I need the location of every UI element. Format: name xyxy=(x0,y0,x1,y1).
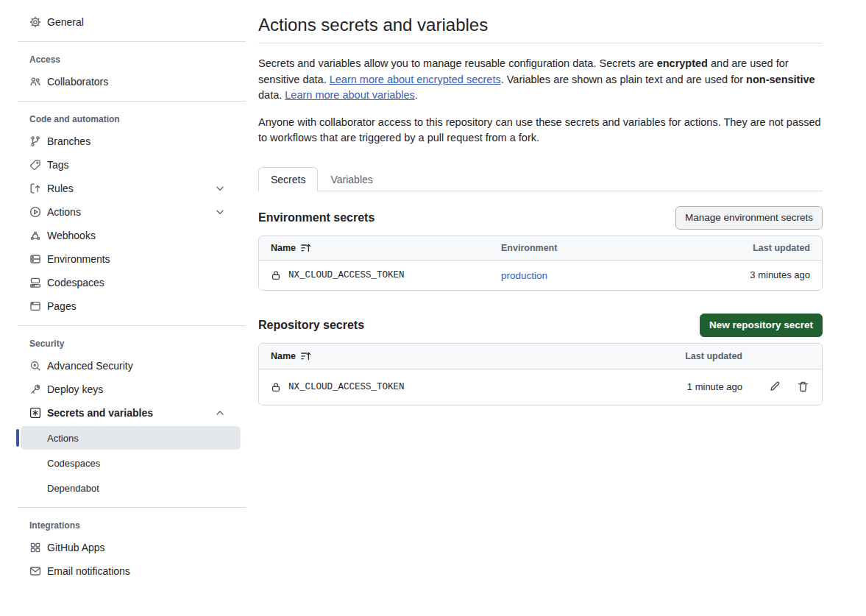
people-icon xyxy=(29,76,41,88)
sidebar-item-codespaces[interactable]: Codespaces xyxy=(0,271,241,294)
gear-icon xyxy=(29,16,41,28)
sidebar-item-label: Deploy keys xyxy=(47,383,230,395)
sidebar-item-pages[interactable]: Pages xyxy=(0,294,241,318)
rules-icon xyxy=(29,183,41,194)
sidebar-item-label: Branches xyxy=(47,135,230,147)
sidebar-item-label: GitHub Apps xyxy=(47,542,230,553)
sidebar-subitem-label: Actions xyxy=(47,433,79,444)
secret-name: NX_CLOUD_ACCESS_TOKEN xyxy=(288,382,405,392)
table-row: NX_CLOUD_ACCESS_TOKEN production 3 minut… xyxy=(259,261,822,290)
column-header-name-sort[interactable]: Name xyxy=(271,350,654,362)
sidebar-divider xyxy=(18,101,246,102)
secret-name-cell: NX_CLOUD_ACCESS_TOKEN xyxy=(271,269,501,281)
lock-icon xyxy=(271,269,281,281)
main-content: Actions secrets and variables Secrets an… xyxy=(258,0,823,583)
repository-secrets-heading: Repository secrets xyxy=(258,319,364,332)
sidebar-item-deploy-keys[interactable]: Deploy keys xyxy=(0,378,241,401)
intro-text: Secrets and variables allow you to manag… xyxy=(258,57,657,69)
sidebar-section-security: Security xyxy=(0,333,246,354)
sidebar-divider xyxy=(18,507,246,508)
chevron-up-icon[interactable] xyxy=(214,407,226,419)
repository-secrets-header: Repository secrets New repository secret xyxy=(258,314,823,337)
asterisk-box-icon xyxy=(29,407,41,419)
sidebar-item-rules[interactable]: Rules xyxy=(0,177,241,200)
intro-text: . Variables are shown as plain text and … xyxy=(501,74,746,85)
codespaces-icon xyxy=(29,277,41,288)
manage-environment-secrets-button[interactable]: Manage environment secrets xyxy=(675,206,823,230)
intro-bold-non-sensitive: non-sensitive xyxy=(746,74,814,85)
play-icon xyxy=(29,206,41,218)
delete-secret-button[interactable] xyxy=(797,380,810,394)
sidebar-item-label: Codespaces xyxy=(47,277,230,288)
server-icon xyxy=(29,253,41,265)
sidebar-section-access: Access xyxy=(0,49,246,70)
sidebar-subitem-dependabot[interactable]: Dependabot xyxy=(21,476,241,500)
sidebar-item-label: Advanced Security xyxy=(47,360,230,372)
codescan-icon xyxy=(29,360,41,372)
mail-icon xyxy=(29,565,41,577)
lock-icon xyxy=(271,381,281,393)
column-header-name: Name xyxy=(271,243,296,253)
webhook-icon xyxy=(29,230,41,241)
table-row: NX_CLOUD_ACCESS_TOKEN 1 minute ago xyxy=(259,369,822,405)
sidebar-item-github-apps[interactable]: GitHub Apps xyxy=(0,536,241,559)
trash-icon xyxy=(797,380,809,393)
sidebar-item-label: Actions xyxy=(47,206,208,218)
column-header-name-sort[interactable]: Name xyxy=(271,242,501,254)
sidebar-item-secrets-and-variables[interactable]: Secrets and variables xyxy=(0,401,241,425)
sidebar-item-tags[interactable]: Tags xyxy=(0,153,241,177)
tab-secrets[interactable]: Secrets xyxy=(258,167,318,191)
sidebar-item-collaborators[interactable]: Collaborators xyxy=(0,70,241,93)
tab-variables[interactable]: Variables xyxy=(318,167,385,191)
sidebar-item-label: Tags xyxy=(47,159,230,171)
secret-name-cell: NX_CLOUD_ACCESS_TOKEN xyxy=(271,381,654,393)
column-header-name: Name xyxy=(271,351,296,361)
key-icon xyxy=(29,383,41,395)
chevron-down-icon[interactable] xyxy=(214,206,226,218)
link-learn-variables[interactable]: Learn more about variables xyxy=(285,89,415,101)
intro-text: data. xyxy=(258,89,285,101)
sidebar-item-label: Rules xyxy=(47,183,208,194)
last-updated-value: 1 minute ago xyxy=(654,381,742,392)
sidebar-item-advanced-security[interactable]: Advanced Security xyxy=(0,354,241,378)
collaborator-note-paragraph: Anyone with collaborator access to this … xyxy=(258,115,823,146)
sidebar-item-label: Email notifications xyxy=(47,565,230,577)
sidebar-item-general[interactable]: General xyxy=(0,10,241,34)
intro-text: . xyxy=(415,89,418,101)
tag-icon xyxy=(29,159,41,171)
sidebar-subitem-label: Dependabot xyxy=(47,483,99,494)
repository-secrets-table: Name Last updated NX_CLOUD_ACCESS_TOKEN … xyxy=(258,343,823,406)
sidebar-item-actions[interactable]: Actions xyxy=(0,200,241,224)
sidebar-item-label: General xyxy=(47,16,230,28)
sidebar-subitem-codespaces[interactable]: Codespaces xyxy=(21,451,241,475)
pencil-icon xyxy=(768,380,781,393)
settings-page: General Access Collaborators Code and au… xyxy=(0,0,866,583)
column-header-environment: Environment xyxy=(501,243,663,253)
sidebar-divider xyxy=(18,41,246,42)
edit-secret-button[interactable] xyxy=(768,380,781,394)
sidebar-item-webhooks[interactable]: Webhooks xyxy=(0,224,241,247)
sidebar-item-branches[interactable]: Branches xyxy=(0,130,241,153)
environment-secrets-table: Name Environment Last updated NX_CLOUD_A… xyxy=(258,236,823,291)
sidebar-item-environments[interactable]: Environments xyxy=(0,247,241,271)
link-learn-encrypted-secrets[interactable]: Learn more about encrypted secrets xyxy=(330,74,501,85)
environment-secrets-heading: Environment secrets xyxy=(258,211,375,224)
intro-bold-encrypted: encrypted xyxy=(657,57,708,69)
sidebar-item-label: Collaborators xyxy=(47,76,230,88)
page-title: Actions secrets and variables xyxy=(258,15,823,43)
sort-ascending-icon xyxy=(300,350,312,362)
chevron-down-icon[interactable] xyxy=(214,183,226,194)
sidebar-section-integrations: Integrations xyxy=(0,515,246,536)
secret-name: NX_CLOUD_ACCESS_TOKEN xyxy=(288,270,405,280)
new-repository-secret-button[interactable]: New repository secret xyxy=(700,314,823,337)
sidebar-item-email-notifications[interactable]: Email notifications xyxy=(0,559,241,583)
sidebar-section-code-and-automation: Code and automation xyxy=(0,109,246,130)
settings-sidebar: General Access Collaborators Code and au… xyxy=(0,0,246,583)
sort-ascending-icon xyxy=(300,242,312,254)
last-updated-value: 3 minutes ago xyxy=(663,269,810,280)
environment-secrets-table-header: Name Environment Last updated xyxy=(259,236,822,261)
environment-link-production[interactable]: production xyxy=(501,270,547,281)
sidebar-item-label: Secrets and variables xyxy=(47,407,208,419)
sidebar-subitem-actions[interactable]: Actions xyxy=(21,426,241,450)
apps-icon xyxy=(29,542,41,553)
